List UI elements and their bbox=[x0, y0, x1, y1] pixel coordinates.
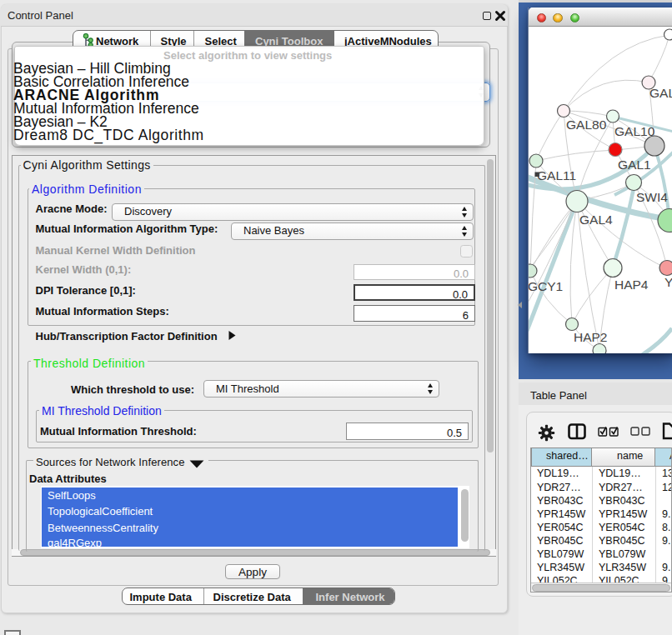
svg-text:GAL7: GAL7 bbox=[649, 86, 672, 100]
svg-text:GAL11: GAL11 bbox=[537, 168, 576, 182]
svg-text:SWI4: SWI4 bbox=[636, 190, 668, 204]
svg-text:HAP2: HAP2 bbox=[574, 330, 608, 344]
svg-text:Y: Y bbox=[664, 275, 672, 289]
svg-text:GAL1: GAL1 bbox=[618, 158, 651, 172]
svg-text:GAL10: GAL10 bbox=[614, 124, 655, 138]
svg-text:HAP4: HAP4 bbox=[614, 278, 649, 292]
svg-text:GCY1: GCY1 bbox=[529, 279, 563, 293]
svg-text:GAL4: GAL4 bbox=[579, 212, 613, 227]
svg-text:GAL80: GAL80 bbox=[566, 118, 607, 132]
